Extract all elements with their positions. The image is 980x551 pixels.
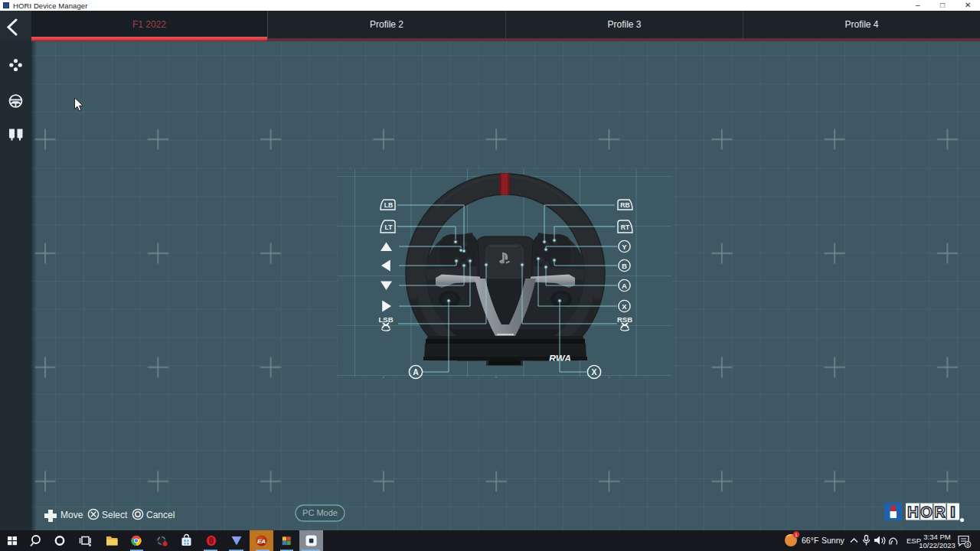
svg-text:R: R <box>934 503 946 520</box>
svg-text:Sunny: Sunny <box>822 536 845 545</box>
svg-text:Y: Y <box>622 243 627 251</box>
svg-text:LSB: LSB <box>379 315 394 324</box>
svg-text:A: A <box>413 367 419 377</box>
svg-text:X: X <box>622 302 627 311</box>
svg-text:PC Mode: PC Mode <box>302 508 338 517</box>
svg-text:RB: RB <box>620 201 629 209</box>
svg-text:3:34 PM: 3:34 PM <box>923 533 950 541</box>
svg-text:Move: Move <box>60 510 83 520</box>
svg-text:X: X <box>591 367 596 377</box>
svg-text:6: 6 <box>966 542 969 547</box>
svg-text:LB: LB <box>384 201 393 209</box>
svg-text:EA: EA <box>257 538 266 545</box>
svg-text:66°F: 66°F <box>802 536 818 545</box>
svg-text:Cancel: Cancel <box>146 510 175 520</box>
svg-text:O: O <box>920 503 933 520</box>
svg-text:LT: LT <box>385 223 394 231</box>
svg-text:RT: RT <box>621 223 630 231</box>
svg-text:A: A <box>622 282 627 290</box>
svg-text:10/22/2023: 10/22/2023 <box>919 541 956 549</box>
svg-text:H: H <box>907 503 919 520</box>
svg-text:Select: Select <box>102 510 128 520</box>
svg-text:I: I <box>950 503 956 520</box>
svg-text:B: B <box>622 262 627 270</box>
svg-text:RSB: RSB <box>617 315 632 324</box>
